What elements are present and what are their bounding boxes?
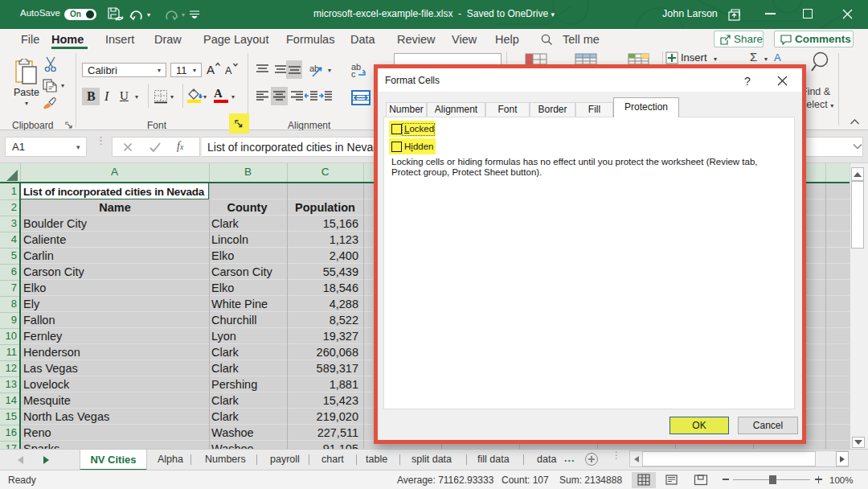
svg-text:A: A	[207, 63, 215, 76]
svg-text:c: c	[351, 69, 356, 77]
svg-text:A: A	[225, 65, 232, 76]
